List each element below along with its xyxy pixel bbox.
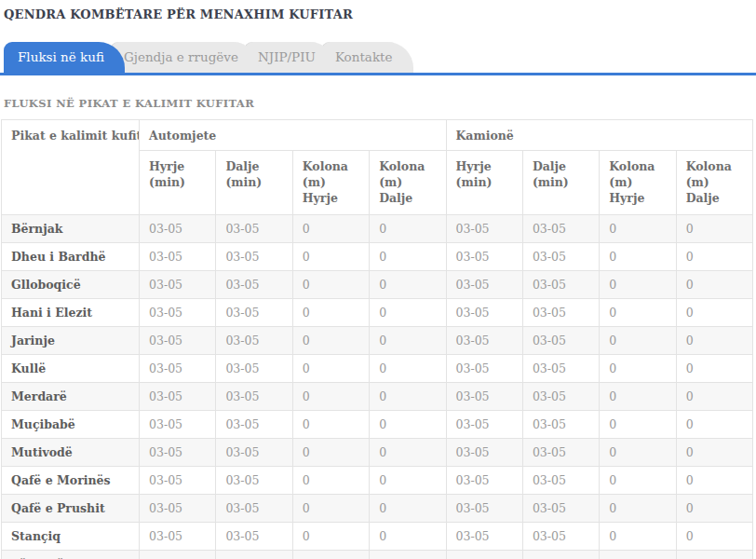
value-cell: 03-05	[140, 410, 216, 438]
value-cell: 0	[370, 550, 446, 559]
value-cell: 03-05	[216, 410, 292, 438]
value-cell: 0	[292, 242, 369, 270]
value-cell: 0	[600, 438, 676, 466]
group-header-row: Pikat e kalimit kufitar Automjete Kamion…	[2, 120, 753, 151]
value-cell: 03-05	[216, 214, 292, 242]
row-label-cell: Jarinje	[2, 326, 140, 354]
value-cell: 0	[676, 466, 752, 494]
table-row: Hani i Elezit03-0503-050003-0503-0500	[2, 298, 753, 326]
value-cell: 03-05	[446, 494, 522, 522]
value-cell: 03-05	[216, 326, 292, 354]
value-cell: 03-05	[216, 438, 292, 466]
value-cell: 03-05	[522, 354, 599, 382]
table-row: Jarinje03-0503-050003-0503-0500	[2, 326, 753, 354]
value-cell: 0	[370, 382, 446, 410]
table-caption: FLUKSI NË PIKAT E KALIMIT KUFITAR	[4, 97, 756, 110]
row-label-cell: Vërmicë	[2, 550, 140, 559]
value-cell: 0	[600, 242, 676, 270]
value-cell: 0	[676, 326, 752, 354]
value-cell: 0	[600, 326, 676, 354]
table-row: Glloboqicë03-0503-050003-0503-0500	[2, 270, 753, 298]
value-cell: 03-05	[446, 550, 522, 559]
table-body: Bërnjak03-0503-050003-0503-0500Dheu i Ba…	[2, 214, 753, 559]
value-cell: 0	[370, 298, 446, 326]
value-cell: 0	[292, 214, 369, 242]
table-row: Vërmicë03-0503-050003-0503-0500	[2, 550, 753, 559]
value-cell: 03-05	[446, 466, 522, 494]
value-cell: 0	[600, 410, 676, 438]
table-row: Dheu i Bardhë03-0503-050003-0503-0500	[2, 242, 753, 270]
value-cell: 0	[292, 522, 369, 550]
row-label-cell: Mutivodë	[2, 438, 140, 466]
value-cell: 03-05	[140, 550, 216, 559]
value-cell: 03-05	[140, 242, 216, 270]
value-cell: 0	[600, 522, 676, 550]
value-cell: 0	[676, 494, 752, 522]
tab-bar: Fluksi në kufiGjendja e rrugëveNJIP/PIUK…	[0, 42, 756, 75]
row-label-cell: Bërnjak	[2, 214, 140, 242]
value-cell: 03-05	[216, 522, 292, 550]
value-cell: 03-05	[216, 550, 292, 559]
value-cell: 0	[370, 410, 446, 438]
table-row: Kullë03-0503-050003-0503-0500	[2, 354, 753, 382]
value-cell: 03-05	[216, 466, 292, 494]
value-cell: 0	[370, 270, 446, 298]
value-cell: 0	[600, 466, 676, 494]
value-cell: 0	[676, 522, 752, 550]
value-cell: 03-05	[140, 354, 216, 382]
row-label-cell: Dheu i Bardhë	[2, 242, 140, 270]
value-cell: 0	[676, 550, 752, 559]
value-cell: 03-05	[140, 382, 216, 410]
value-cell: 0	[600, 494, 676, 522]
value-cell: 03-05	[216, 494, 292, 522]
row-label-cell: Qafë e Morinës	[2, 466, 140, 494]
row-label-cell: Kullë	[2, 354, 140, 382]
value-cell: 03-05	[446, 270, 522, 298]
tab-fluksi-ne-kufi[interactable]: Fluksi në kufi	[4, 42, 125, 73]
value-cell: 03-05	[522, 326, 599, 354]
value-cell: 0	[370, 242, 446, 270]
value-cell: 03-05	[140, 438, 216, 466]
value-cell: 0	[600, 298, 676, 326]
sub-header-0-1: Dalje (min)	[216, 151, 292, 215]
value-cell: 03-05	[216, 382, 292, 410]
sub-header-0-2: Kolona (m) Hyrje	[292, 151, 369, 215]
sub-header-1-0: Hyrje (min)	[446, 151, 522, 215]
tab-gjendja-e-rrugeve[interactable]: Gjendja e rrugëve	[110, 42, 259, 73]
sub-header-0-3: Kolona (m) Dalje	[370, 151, 446, 215]
sub-header-1-1: Dalje (min)	[522, 151, 599, 215]
value-cell: 0	[292, 438, 369, 466]
value-cell: 03-05	[140, 494, 216, 522]
value-cell: 0	[600, 270, 676, 298]
value-cell: 03-05	[522, 550, 599, 559]
value-cell: 0	[370, 522, 446, 550]
value-cell: 0	[600, 354, 676, 382]
value-cell: 0	[676, 382, 752, 410]
table-row: Qafë e Prushit03-0503-050003-0503-0500	[2, 494, 753, 522]
value-cell: 03-05	[446, 298, 522, 326]
table-row: Stançiq03-0503-050003-0503-0500	[2, 522, 753, 550]
value-cell: 03-05	[216, 354, 292, 382]
row-label-cell: Hani i Elezit	[2, 298, 140, 326]
value-cell: 03-05	[216, 242, 292, 270]
value-cell: 03-05	[140, 270, 216, 298]
value-cell: 03-05	[522, 270, 599, 298]
page-title: QENDRA KOMBËTARE PËR MENAXHIM KUFITAR	[4, 7, 756, 21]
value-cell: 0	[292, 326, 369, 354]
value-cell: 0	[292, 270, 369, 298]
value-cell: 0	[292, 354, 369, 382]
value-cell: 0	[292, 382, 369, 410]
value-cell: 0	[676, 354, 752, 382]
value-cell: 03-05	[446, 410, 522, 438]
value-cell: 03-05	[140, 298, 216, 326]
group-header-kamione: Kamionë	[446, 120, 753, 151]
value-cell: 03-05	[522, 466, 599, 494]
value-cell: 03-05	[140, 214, 216, 242]
value-cell: 03-05	[522, 382, 599, 410]
value-cell: 0	[676, 270, 752, 298]
value-cell: 0	[292, 298, 369, 326]
value-cell: 0	[600, 550, 676, 559]
value-cell: 03-05	[446, 242, 522, 270]
value-cell: 03-05	[522, 410, 599, 438]
group-header-automjete: Automjete	[140, 120, 447, 151]
